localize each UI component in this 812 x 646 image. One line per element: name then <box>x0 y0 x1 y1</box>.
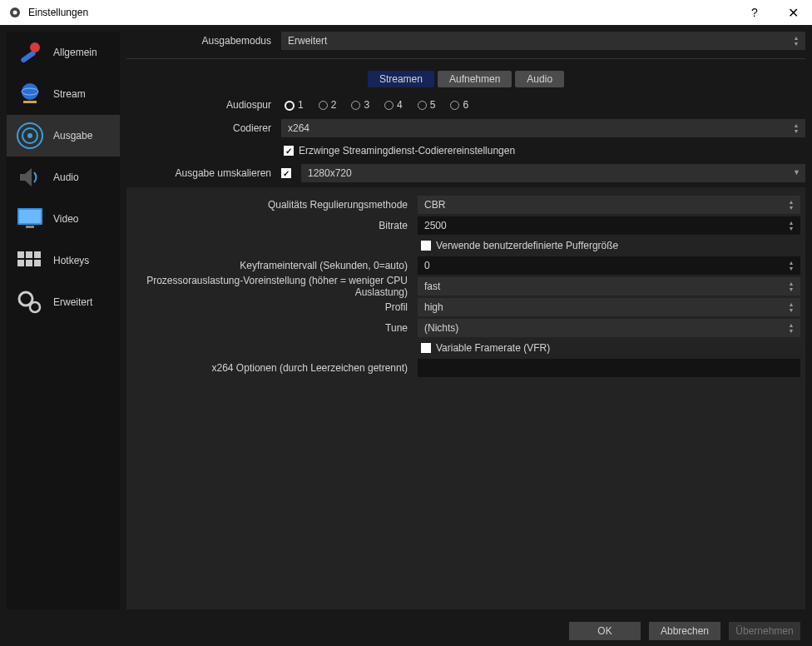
spinner-icon: ▲▼ <box>785 300 797 315</box>
speaker-icon <box>15 162 45 192</box>
rate-control-label: Qualitäts Regulierungsmethode <box>131 199 413 211</box>
sidebar-item-hotkeys[interactable]: Hotkeys <box>7 240 120 281</box>
rescale-checkbox[interactable] <box>281 168 291 178</box>
encoder-label: Codierer <box>126 122 276 134</box>
window-title: Einstellungen <box>28 7 735 18</box>
apply-button: Übernehmen <box>729 622 800 640</box>
x264opts-input[interactable] <box>418 359 800 377</box>
audiotrack-radio-6[interactable]: 6 <box>450 99 468 111</box>
audiotrack-radio-group: 1 2 3 4 5 6 <box>281 99 468 111</box>
spinner-icon: ▲▼ <box>785 279 797 294</box>
keyframe-label: Keyframeintervall (Sekunden, 0=auto) <box>131 260 413 271</box>
keyboard-icon <box>15 246 45 276</box>
svg-point-21 <box>30 302 40 312</box>
svg-rect-19 <box>34 260 41 266</box>
sidebar-item-label: Audio <box>53 171 79 183</box>
svg-point-3 <box>30 42 40 52</box>
sidebar-item-label: Erweitert <box>53 296 92 308</box>
app-icon <box>8 6 22 19</box>
sidebar-item-audio[interactable]: Audio <box>7 157 120 198</box>
titlebar: Einstellungen ? ✕ <box>0 0 812 25</box>
spinner-icon: ▲▼ <box>790 33 802 48</box>
spinner-icon: ▲▼ <box>785 321 797 335</box>
sidebar-item-label: Video <box>53 213 78 225</box>
spinner-icon: ▲▼ <box>785 218 797 233</box>
tab-streaming[interactable]: Streamen <box>368 71 434 87</box>
sidebar-item-label: Allgemein <box>53 47 97 58</box>
output-mode-select[interactable]: Erweitert ▲▼ <box>281 32 805 50</box>
checkbox-icon <box>284 146 294 156</box>
gears-icon <box>15 287 45 317</box>
profile-label: Profil <box>131 301 413 313</box>
output-tabs: Streamen Aufnehmen Audio <box>126 71 805 87</box>
audiotrack-radio-2[interactable]: 2 <box>319 99 337 111</box>
svg-rect-14 <box>17 251 24 258</box>
svg-rect-12 <box>19 210 41 223</box>
globe-icon <box>15 79 45 109</box>
audiotrack-radio-3[interactable]: 3 <box>351 99 369 111</box>
encoder-select[interactable]: x264 ▲▼ <box>281 119 805 137</box>
output-mode-label: Ausgabemodus <box>126 35 276 47</box>
enforce-encoder-checkbox[interactable]: Erzwinge Streamingdienst-Codierereinstel… <box>284 142 805 159</box>
rescale-label: Ausgabe umskalieren <box>126 167 276 179</box>
close-icon[interactable]: ✕ <box>774 0 812 25</box>
keyframe-input[interactable]: 0 ▲▼ <box>418 256 800 275</box>
audiotrack-radio-5[interactable]: 5 <box>418 99 436 111</box>
svg-marker-10 <box>20 168 32 186</box>
sidebar-item-video[interactable]: Video <box>7 198 120 240</box>
svg-point-1 <box>13 11 17 15</box>
sidebar-item-stream[interactable]: Stream <box>7 73 120 115</box>
help-icon[interactable]: ? <box>735 0 774 25</box>
audiotrack-label: Audiospur <box>126 99 276 111</box>
checkbox-icon <box>421 241 431 251</box>
custom-buffer-checkbox[interactable]: Verwende benutzerdefinierte Puffergröße <box>421 237 800 254</box>
rescale-select[interactable]: 1280x720 ▼ <box>301 164 805 182</box>
svg-rect-6 <box>23 101 37 103</box>
sidebar-item-advanced[interactable]: Erweitert <box>7 281 120 323</box>
monitor-icon <box>15 204 45 234</box>
preset-label: Prozessorauslastung-Voreinstellung (höhe… <box>131 275 413 298</box>
svg-point-4 <box>22 83 38 100</box>
sidebar-item-label: Ausgabe <box>53 130 92 142</box>
chevron-down-icon: ▼ <box>793 168 800 176</box>
profile-select[interactable]: high ▲▼ <box>418 298 800 316</box>
svg-rect-17 <box>17 260 24 266</box>
tab-recording[interactable]: Aufnehmen <box>438 71 512 87</box>
tab-audio[interactable]: Audio <box>515 71 564 87</box>
audiotrack-radio-4[interactable]: 4 <box>384 99 403 111</box>
spinner-icon: ▲▼ <box>790 121 802 136</box>
checkbox-icon <box>421 343 431 353</box>
wrench-icon <box>15 37 45 67</box>
spinner-icon: ▲▼ <box>785 197 797 212</box>
rate-control-select[interactable]: CBR ▲▼ <box>418 196 800 214</box>
bitrate-label: Bitrate <box>131 220 413 231</box>
tune-label: Tune <box>131 322 413 334</box>
divider <box>126 58 805 59</box>
dialog-footer: OK Abbrechen Übernehmen <box>0 616 812 646</box>
sidebar-item-label: Stream <box>53 88 86 100</box>
svg-point-9 <box>27 133 32 138</box>
svg-rect-18 <box>26 260 32 266</box>
vfr-checkbox[interactable]: Variable Framerate (VFR) <box>421 340 800 356</box>
sidebar-item-output[interactable]: Ausgabe <box>7 115 120 157</box>
sidebar-item-label: Hotkeys <box>53 255 89 266</box>
cancel-button[interactable]: Abbrechen <box>649 622 720 640</box>
encoder-settings-panel: Qualitäts Regulierungsmethode CBR ▲▼ Bit… <box>126 187 805 609</box>
spinner-icon: ▲▼ <box>785 258 797 273</box>
ok-button[interactable]: OK <box>569 622 641 640</box>
x264opts-label: x264 Optionen (durch Leerzeichen getrenn… <box>131 362 413 374</box>
svg-rect-16 <box>34 251 41 258</box>
audiotrack-radio-1[interactable]: 1 <box>285 99 304 111</box>
bitrate-input[interactable]: 2500 ▲▼ <box>418 216 800 235</box>
preset-select[interactable]: fast ▲▼ <box>418 277 800 296</box>
broadcast-icon <box>15 121 45 151</box>
tune-select[interactable]: (Nichts) ▲▼ <box>418 319 800 337</box>
sidebar: Allgemein Stream Ausgabe Audio Video Hot… <box>7 32 120 609</box>
sidebar-item-general[interactable]: Allgemein <box>7 32 120 73</box>
svg-rect-13 <box>26 226 34 228</box>
svg-rect-15 <box>26 251 32 258</box>
